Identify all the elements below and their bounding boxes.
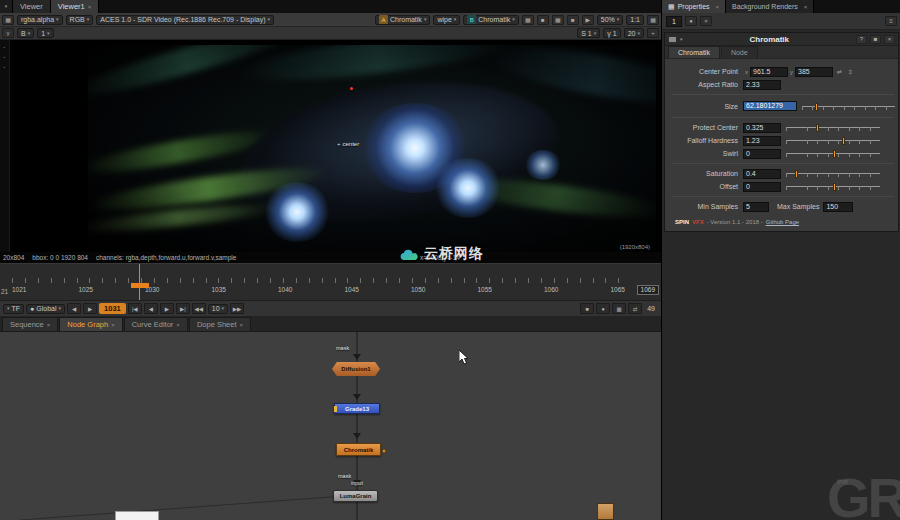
chevron-down-icon[interactable]: ▾ bbox=[680, 37, 683, 42]
current-frame-field[interactable]: 1031 bbox=[99, 303, 126, 314]
node-diffusion[interactable]: Diffusion1 bbox=[332, 362, 380, 376]
help-icon[interactable]: ? bbox=[856, 35, 867, 44]
loop-mode-icon[interactable]: ● bbox=[596, 303, 610, 314]
tab-node[interactable]: Node bbox=[721, 46, 758, 58]
node-partial[interactable] bbox=[597, 503, 614, 520]
goto-end-button[interactable]: ▶| bbox=[176, 303, 190, 314]
gamma-icon[interactable]: γ bbox=[2, 28, 14, 38]
size-slider[interactable] bbox=[802, 101, 895, 112]
input-a-dropdown[interactable]: AChromatik▾ bbox=[375, 15, 430, 25]
protect-center-field[interactable]: 0.325 bbox=[743, 123, 781, 133]
timeline-mode-dropdown[interactable]: ▾TF bbox=[3, 304, 24, 314]
pin-icon[interactable]: ● bbox=[685, 16, 697, 26]
max-samples-field[interactable]: 150 bbox=[823, 202, 853, 212]
layer-dropdown[interactable]: RGB▾ bbox=[66, 15, 94, 25]
plus-icon[interactable]: + bbox=[647, 28, 659, 38]
min-samples-field[interactable]: 5 bbox=[743, 202, 769, 212]
saturation-viewer-dropdown[interactable]: S1▾ bbox=[577, 28, 600, 38]
channels-dropdown[interactable]: rgba.alpha▾ bbox=[17, 15, 63, 25]
fps-value[interactable]: 49 bbox=[647, 305, 655, 312]
tab-viewer1[interactable]: Viewer1× bbox=[51, 0, 99, 13]
frame-increment-dropdown[interactable]: 10▾ bbox=[208, 304, 228, 314]
sync-icon[interactable]: ⇄ bbox=[628, 303, 642, 314]
range-end-field[interactable]: 1069 bbox=[637, 285, 659, 295]
chromatik-center-handle[interactable]: + center bbox=[337, 141, 359, 147]
saturation-field[interactable]: 0.4 bbox=[743, 169, 781, 179]
max-panels-field[interactable]: 1 bbox=[666, 16, 682, 27]
offset-field[interactable]: 0 bbox=[743, 182, 781, 192]
proxy-toggle-icon[interactable]: ▦ bbox=[552, 15, 564, 25]
tab-curve-editor[interactable]: Curve Editor× bbox=[124, 317, 188, 331]
node-grade13[interactable]: Grade13 bbox=[334, 403, 380, 414]
close-panel-icon[interactable]: × bbox=[884, 35, 895, 44]
display-transform-dropdown[interactable]: ACES 1.0 - SDR Video (Rec.1886 Rec.709 -… bbox=[96, 15, 274, 25]
node-partial-white[interactable] bbox=[115, 511, 159, 520]
roi-icon[interactable]: ■ bbox=[537, 15, 549, 25]
tab-dope-sheet[interactable]: Dope Sheet× bbox=[189, 317, 251, 331]
refresh-icon[interactable]: ▶ bbox=[582, 15, 594, 25]
side-tool-icon[interactable]: ▪ bbox=[4, 44, 6, 50]
fullscreen-icon[interactable]: ▦ bbox=[647, 15, 659, 25]
input-b-dropdown[interactable]: BChromatik▾ bbox=[463, 15, 518, 25]
gain-value-field[interactable]: 1▾ bbox=[37, 28, 53, 38]
center-y-field[interactable]: 385 bbox=[795, 67, 833, 77]
monitor-out-icon[interactable]: ▦ bbox=[2, 15, 14, 25]
prev-keyframe-button[interactable]: ◀ bbox=[67, 303, 81, 314]
node-color-chip[interactable] bbox=[668, 36, 677, 43]
side-tool-icon[interactable]: ▪ bbox=[4, 64, 6, 70]
checkerboard-icon[interactable]: ▦ bbox=[522, 15, 534, 25]
gain-channel-dropdown[interactable]: B▾ bbox=[17, 28, 34, 38]
lock-range-icon[interactable]: ▦ bbox=[612, 303, 626, 314]
close-icon[interactable]: × bbox=[176, 322, 180, 328]
playhead[interactable] bbox=[139, 264, 140, 301]
swap-icon[interactable]: ⇄ bbox=[835, 67, 844, 76]
play-forward-button[interactable]: ▶ bbox=[160, 303, 174, 314]
clear-panels-icon[interactable]: × bbox=[700, 16, 712, 26]
offset-slider[interactable] bbox=[786, 181, 880, 192]
frame-back-step-button[interactable]: ◀◀ bbox=[192, 303, 206, 314]
close-icon[interactable]: × bbox=[240, 322, 244, 328]
protect-center-slider[interactable] bbox=[786, 122, 880, 133]
close-icon[interactable]: × bbox=[88, 4, 92, 10]
node-graph[interactable]: mask Diffusion1 Grade13 Chromatik mask i… bbox=[0, 332, 661, 520]
tab-viewer[interactable]: Viewer bbox=[13, 0, 51, 13]
playback-mode-icon[interactable]: ■ bbox=[580, 303, 594, 314]
gamma-value-field[interactable]: γ1 bbox=[603, 28, 620, 38]
viewer-canvas[interactable]: ▪ ▪ ▪ + center (1920x804) bbox=[0, 40, 661, 252]
tab-node-graph[interactable]: Node Graph× bbox=[59, 317, 122, 331]
menu-icon[interactable]: ≡ bbox=[885, 16, 897, 26]
tab-background-renders[interactable]: Background Renders× bbox=[726, 0, 814, 13]
node-chromatik[interactable]: Chromatik bbox=[336, 443, 381, 456]
saturation-slider[interactable] bbox=[786, 168, 880, 179]
swirl-field[interactable]: 0 bbox=[743, 149, 781, 159]
center-x-field[interactable]: 961.5 bbox=[750, 67, 788, 77]
pixel-aspect-dropdown[interactable]: 1:1 bbox=[626, 15, 644, 25]
animation-menu-icon[interactable]: ≡ bbox=[846, 67, 855, 76]
next-keyframe-button[interactable]: ▶ bbox=[83, 303, 97, 314]
frame-forward-step-button[interactable]: ▶▶ bbox=[230, 303, 244, 314]
close-icon[interactable]: × bbox=[716, 4, 720, 10]
float-panel-icon[interactable]: ■ bbox=[870, 35, 881, 44]
node-lumagrain[interactable]: LumaGrain bbox=[333, 490, 378, 502]
pause-icon[interactable]: ■ bbox=[567, 15, 579, 25]
github-link[interactable]: Github Page bbox=[766, 219, 799, 225]
tab-chromatik[interactable]: Chromatik bbox=[668, 46, 720, 58]
falloff-hardness-slider[interactable] bbox=[786, 135, 880, 146]
size-field[interactable]: 62.1801279 bbox=[743, 101, 797, 111]
close-icon[interactable]: × bbox=[47, 322, 51, 328]
play-backward-button[interactable]: ◀ bbox=[144, 303, 158, 314]
aspect-ratio-field[interactable]: 2.33 bbox=[743, 80, 781, 90]
pane-menu-button[interactable]: ▾ bbox=[0, 0, 13, 13]
fps-target-field[interactable]: 20▾ bbox=[624, 28, 644, 38]
swirl-slider[interactable] bbox=[786, 148, 880, 159]
falloff-hardness-field[interactable]: 1.23 bbox=[743, 136, 781, 146]
tab-properties[interactable]: ▦Properties× bbox=[662, 0, 726, 13]
timeline-ruler[interactable]: 21 1021 1025 1030 1035 1040 1045 1050 10… bbox=[0, 263, 661, 300]
zoom-dropdown[interactable]: 50%▾ bbox=[597, 15, 624, 25]
side-tool-icon[interactable]: ▪ bbox=[4, 54, 6, 60]
close-icon[interactable]: × bbox=[111, 322, 115, 328]
goto-start-button[interactable]: |◀ bbox=[128, 303, 142, 314]
wipe-dropdown[interactable]: wipe▾ bbox=[433, 15, 460, 25]
frame-range-dropdown[interactable]: ●Global▾ bbox=[26, 304, 65, 314]
close-icon[interactable]: × bbox=[804, 4, 808, 10]
